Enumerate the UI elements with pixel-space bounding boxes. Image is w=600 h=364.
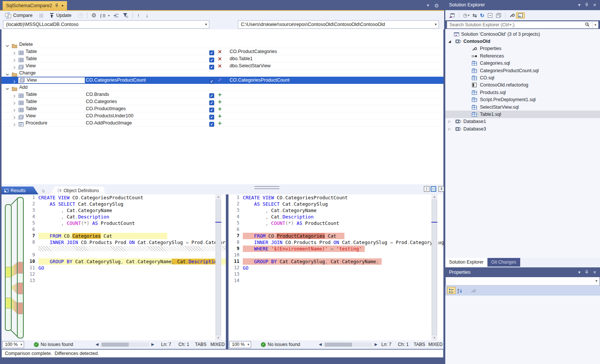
tree-item-properties[interactable]: Properties: [445, 45, 600, 52]
tree-item-script-predeployment1-sql[interactable]: Script.PreDeployment1.sql: [445, 96, 600, 103]
tree-item-categories-sql[interactable]: Categories.sql: [445, 60, 600, 67]
search-input[interactable]: Search Solution Explorer (Ctrl+;) ▾: [447, 21, 598, 29]
target-code-editor[interactable]: 1CREATE VIEW CO.CategoriesProductCount2 …: [228, 194, 443, 340]
expander-collapsed-icon[interactable]: ▷: [448, 127, 451, 131]
tree-item-contosoold-refactorlog[interactable]: ContosoOld.refactorlog: [445, 82, 600, 89]
alphabetical-sort-button[interactable]: AZ: [457, 288, 463, 293]
tree-item-categoriesproductcount-sql[interactable]: CategoriesProductCount.sql: [445, 67, 600, 74]
compare-button[interactable]: Compare: [3, 12, 34, 19]
source-database-combobox[interactable]: (localdb)\MSSQLLocalDB.Contoso ▾: [3, 20, 209, 29]
close-icon[interactable]: ×: [593, 0, 596, 10]
next-difference-button[interactable]: ↓: [144, 12, 150, 19]
preview-selected-items-toggle[interactable]: [516, 12, 525, 18]
refresh-button[interactable]: ↻: [478, 12, 486, 19]
properties-button[interactable]: [508, 12, 516, 18]
tree-item-solution-contosoold-3-of-3-projects[interactable]: Solution 'ContosoOld' (3 of 3 projects): [445, 30, 600, 38]
project-icon: [455, 119, 461, 124]
gear-icon[interactable]: ⚙: [434, 3, 439, 9]
schema-differences-grid[interactable]: DeleteTable✓×CO.ProductCategoriesTable✓×…: [2, 29, 443, 184]
zoom-select[interactable]: 100 %▾: [2, 341, 24, 348]
previous-difference-button[interactable]: ↑: [135, 12, 142, 19]
properties-titlebar[interactable]: Properties ▾ ×: [445, 267, 600, 278]
solution-tree[interactable]: Solution 'ContosoOld' (3 of 3 projects)◢…: [445, 29, 600, 258]
sync-with-active-document-button[interactable]: ⇆: [471, 12, 478, 19]
chevron-down-icon[interactable]: ▾: [592, 21, 596, 28]
side-by-side-view-button[interactable]: ❘: [424, 186, 429, 192]
left-editor-vscrollbar[interactable]: ▲ ▼: [215, 194, 221, 340]
pin-icon[interactable]: [585, 267, 589, 277]
window-menu-chevron-icon[interactable]: ▾: [578, 0, 580, 10]
tree-item-selectstarview-sql[interactable]: SelectStarView.sql: [445, 103, 600, 111]
schema-compare-row[interactable]: TableCO.ProductImages✓+: [2, 105, 443, 112]
hscroll-left-arrow[interactable]: ◀: [319, 342, 322, 346]
schema-compare-row[interactable]: ViewCO.CategoriesProductCount✓CO.Categor…: [2, 77, 443, 84]
target-project-combobox[interactable]: C:\Users\drskwier\source\repos\ContosoOl…: [238, 20, 439, 29]
expander-expanded-icon[interactable]: ◢: [448, 39, 451, 43]
scope-dropdown-button[interactable]: { ▾: [98, 12, 111, 19]
group-row-change[interactable]: Change: [2, 70, 443, 77]
update-button[interactable]: Update: [47, 12, 73, 19]
folder-icon: [12, 43, 17, 48]
search-icon[interactable]: [585, 22, 590, 27]
include-checkbox[interactable]: ✓: [209, 121, 214, 128]
show-all-files-button[interactable]: [494, 12, 503, 19]
table-icon: [18, 58, 24, 62]
object-type-cell[interactable]: View: [18, 77, 85, 83]
hscroll-thumb[interactable]: [325, 343, 352, 347]
swap-panes-button[interactable]: ⇕: [439, 186, 444, 192]
sort-lines-button[interactable]: ↑↓: [41, 188, 44, 193]
tree-item-references[interactable]: References: [445, 52, 600, 59]
tab-results[interactable]: Results: [2, 187, 38, 194]
schema-compare-row[interactable]: ProcedureCO.AddProductImage✓+: [2, 120, 443, 127]
line-number: 5: [24, 220, 38, 226]
properties-object-combobox[interactable]: ▾: [446, 277, 600, 285]
close-icon[interactable]: ×: [593, 267, 596, 277]
document-well-dropdown-icon[interactable]: ▾: [427, 3, 429, 8]
right-editor-vscrollbar[interactable]: ▲ ▼: [431, 194, 437, 340]
pin-icon[interactable]: [55, 3, 59, 8]
tree-item-database1[interactable]: ▷Database1: [445, 118, 600, 125]
pin-icon[interactable]: [585, 0, 589, 10]
pending-changes-filter-button[interactable]: ◷ ▾: [461, 12, 471, 19]
line-number: 2: [24, 201, 38, 207]
hscroll-right-arrow[interactable]: ▶: [151, 342, 154, 346]
tree-item-table1-sql[interactable]: Table1.sql: [445, 111, 600, 118]
expander-collapsed-icon[interactable]: ▷: [448, 120, 451, 123]
display-options-button[interactable]: [111, 13, 121, 18]
schema-compare-row[interactable]: TableCO.Brands✓+: [2, 91, 443, 98]
tab-solution-explorer[interactable]: Solution Explorer: [445, 258, 487, 267]
schema-compare-row[interactable]: TableCO.Categories✓+: [2, 98, 443, 105]
line-number: 9: [228, 246, 243, 252]
hscroll-right-arrow[interactable]: ▶: [375, 342, 378, 346]
tree-item-contosoold[interactable]: ◢ContosoOld: [445, 38, 600, 45]
solution-explorer-titlebar[interactable]: Solution Explorer ▾ ×: [445, 0, 600, 10]
inline-view-button[interactable]: —: [431, 186, 436, 192]
refresh-icon: ↻: [480, 13, 484, 18]
line-number: 3: [24, 207, 38, 214]
group-row-delete[interactable]: Delete: [2, 41, 443, 48]
splitter-grip[interactable]: [254, 186, 279, 189]
editors-divider[interactable]: [226, 194, 228, 349]
options-button[interactable]: ⚙: [90, 12, 98, 19]
group-row-add[interactable]: Add: [2, 84, 443, 91]
collapse-all-button[interactable]: [486, 12, 494, 19]
schema-compare-row[interactable]: View✓×dbo.SelectStarView: [2, 62, 443, 70]
filter-button[interactable]: [121, 12, 130, 19]
schema-compare-row[interactable]: Table✓×dbo.Table1: [2, 55, 443, 62]
tree-item-co-sql[interactable]: CO.sql: [445, 74, 600, 81]
hscroll-left-arrow[interactable]: ◀: [96, 342, 99, 346]
categorized-view-button[interactable]: [447, 287, 455, 294]
source-code-editor[interactable]: 1CREATE VIEW CO.CategoriesProductCount2 …: [24, 194, 226, 340]
tab-object-definitions[interactable]: Object Definitions: [50, 187, 105, 194]
hscroll-thumb[interactable]: [102, 343, 129, 347]
schema-compare-row[interactable]: Table✓×CO.ProductCategories: [2, 48, 443, 55]
switch-views-button[interactable]: [448, 12, 457, 19]
diff-overview-map[interactable]: [2, 194, 24, 340]
zoom-select[interactable]: 100 %▾: [229, 341, 251, 348]
window-menu-chevron-icon[interactable]: ▾: [578, 267, 580, 277]
tab-sqlschemacompare2[interactable]: SqlSchemaCompare2 ●: [3, 1, 67, 10]
tab-git-changes[interactable]: Git Changes: [487, 258, 520, 267]
tree-item-products-sql[interactable]: Products.sql: [445, 89, 600, 96]
tree-item-database3[interactable]: ▷Database3: [445, 125, 600, 132]
schema-compare-row[interactable]: ViewCO.ProductsUnder100✓+: [2, 112, 443, 120]
